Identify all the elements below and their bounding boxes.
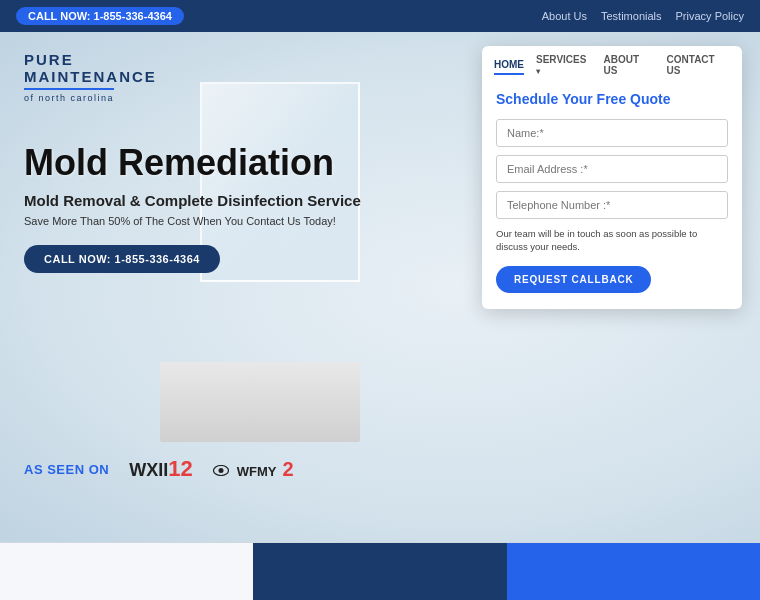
testimonials-link[interactable]: Testimonials bbox=[601, 10, 662, 22]
hero-section: PURE MAINTENANCE of north carolina Mold … bbox=[0, 32, 760, 542]
bottom-card-3 bbox=[507, 543, 760, 600]
wfmy-logo: WFMY 2 bbox=[213, 458, 294, 481]
hero-subheadline: Mold Removal & Complete Disinfection Ser… bbox=[24, 192, 406, 209]
request-callback-button[interactable]: REQUEST CALLBACK bbox=[496, 266, 651, 293]
form-body: Schedule Your Free Quote Our team will b… bbox=[482, 79, 742, 309]
hero-tagline: Save More Than 50% of The Cost When You … bbox=[24, 215, 406, 227]
form-note: Our team will be in touch as soon as pos… bbox=[496, 227, 728, 254]
nav-home[interactable]: HOME bbox=[494, 59, 524, 75]
quote-form-panel: HOME SERVICES ABOUT US CONTACT US Schedu… bbox=[482, 46, 742, 309]
email-input[interactable] bbox=[496, 155, 728, 183]
site-logo: PURE MAINTENANCE of north carolina bbox=[24, 52, 406, 103]
top-call-button[interactable]: CALL NOW: 1-855-336-4364 bbox=[16, 7, 184, 25]
as-seen-on-section: AS SEEN ON WXII12 WFMY 2 bbox=[0, 456, 430, 482]
hero-cta-button[interactable]: CALL NOW: 1-855-336-4364 bbox=[24, 245, 220, 273]
nav-about[interactable]: ABOUT US bbox=[603, 54, 654, 79]
form-nav: HOME SERVICES ABOUT US CONTACT US bbox=[482, 46, 742, 79]
svg-point-1 bbox=[218, 468, 223, 473]
form-title: Schedule Your Free Quote bbox=[496, 91, 728, 107]
top-bar: CALL NOW: 1-855-336-4364 About Us Testim… bbox=[0, 0, 760, 32]
nav-services[interactable]: SERVICES bbox=[536, 54, 591, 79]
bottom-strip bbox=[0, 542, 760, 600]
logo-line1: PURE bbox=[24, 52, 406, 69]
bottom-card-2 bbox=[253, 543, 506, 600]
bottom-card-1 bbox=[0, 543, 253, 600]
name-input[interactable] bbox=[496, 119, 728, 147]
logo-sub: of north carolina bbox=[24, 93, 406, 103]
as-seen-label: AS SEEN ON bbox=[24, 462, 109, 477]
logo-divider bbox=[24, 88, 114, 90]
hero-headline: Mold Remediation bbox=[24, 143, 406, 183]
wxii-logo: WXII12 bbox=[129, 456, 192, 482]
privacy-link[interactable]: Privacy Policy bbox=[676, 10, 744, 22]
phone-input[interactable] bbox=[496, 191, 728, 219]
about-us-link[interactable]: About Us bbox=[542, 10, 587, 22]
logo-line2: MAINTENANCE bbox=[24, 69, 406, 86]
nav-contact[interactable]: CONTACT US bbox=[667, 54, 730, 79]
top-navigation: About Us Testimonials Privacy Policy bbox=[542, 10, 744, 22]
